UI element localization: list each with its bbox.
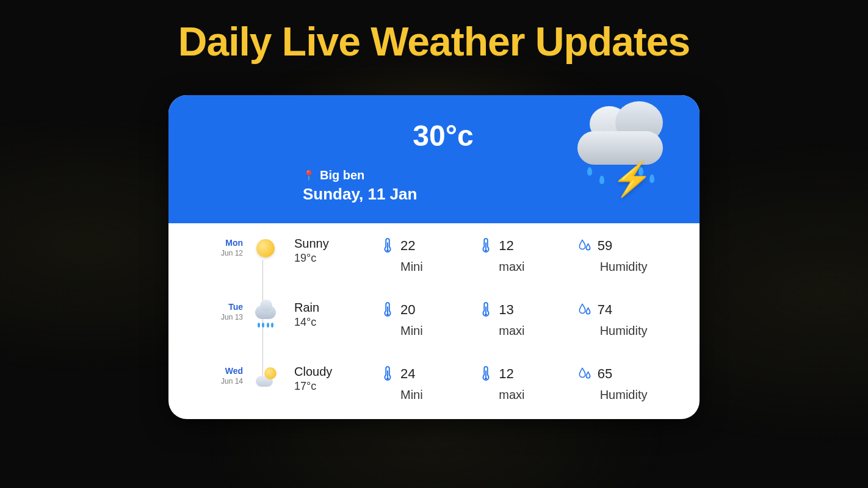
maxi-label: maxi <box>499 260 524 274</box>
humidity-label: Humidity <box>600 324 648 338</box>
thermometer-icon <box>381 365 394 383</box>
mini-metric: 22 Mini <box>381 237 472 274</box>
condition-temp: 14°c <box>294 316 374 329</box>
maxi-label: maxi <box>499 388 524 402</box>
thermometer-icon <box>479 301 493 319</box>
mini-label: Mini <box>400 388 423 402</box>
day-name: Mon <box>199 238 243 248</box>
humidity-value: 74 <box>598 302 612 318</box>
humidity-metric: 65 Humidity <box>578 365 669 402</box>
partly-cloudy-icon <box>254 365 277 388</box>
day-date: Jun 12 <box>199 249 243 257</box>
location-pin-icon: 📍 <box>303 170 315 181</box>
thermometer-icon <box>381 301 394 319</box>
humidity-metric: 74 Humidity <box>578 301 669 338</box>
forecast-row: Wed Jun 14 Cloudy 17°c 24 Mini <box>199 365 669 402</box>
svg-point-4 <box>386 314 389 316</box>
humidity-value: 59 <box>598 238 612 254</box>
day-column: Wed Jun 14 <box>199 365 247 386</box>
humidity-label: Humidity <box>600 388 648 402</box>
mini-value: 22 <box>400 238 415 254</box>
condition-column: Cloudy 17°c <box>294 365 374 393</box>
maxi-metric: 13 maxi <box>479 301 570 338</box>
storm-cloud-icon: ⚡ <box>565 112 669 210</box>
condition-name: Rain <box>294 301 374 315</box>
location-name: Big ben <box>320 168 364 182</box>
forecast-row: Mon Jun 12 Sunny 19°c 22 Mini <box>199 237 669 274</box>
svg-point-10 <box>485 378 487 380</box>
svg-point-8 <box>386 378 389 380</box>
day-name: Tue <box>199 302 243 312</box>
day-column: Tue Jun 13 <box>199 301 247 321</box>
condition-temp: 19°c <box>294 252 374 265</box>
maxi-label: maxi <box>499 324 524 338</box>
page-title: Daily Live Weather Updates <box>178 18 690 65</box>
mini-label: Mini <box>400 260 423 274</box>
thermometer-icon <box>479 365 493 383</box>
mini-value: 24 <box>400 366 415 382</box>
humidity-icon <box>578 237 591 255</box>
svg-point-0 <box>386 249 389 252</box>
header-info: 30°c 📍 Big ben Sunday, 11 Jan <box>199 119 547 204</box>
condition-name: Sunny <box>294 237 374 251</box>
maxi-value: 12 <box>499 366 513 382</box>
maxi-metric: 12 maxi <box>479 237 570 274</box>
maxi-value: 13 <box>499 302 513 318</box>
forecast-row: Tue Jun 13 Rain 14°c 20 Mini <box>199 301 669 338</box>
humidity-icon <box>578 365 591 383</box>
mini-metric: 24 Mini <box>381 365 472 402</box>
mini-value: 20 <box>400 302 415 318</box>
weather-card-glow: 30°c 📍 Big ben Sunday, 11 Jan ⚡ <box>168 95 700 419</box>
location-row: 📍 Big ben <box>303 168 364 182</box>
maxi-metric: 12 maxi <box>479 365 570 402</box>
day-date: Jun 14 <box>199 377 243 386</box>
sun-icon <box>254 237 277 260</box>
condition-column: Sunny 19°c <box>294 237 374 265</box>
svg-point-6 <box>485 314 487 316</box>
rain-icon <box>254 301 277 324</box>
thermometer-icon <box>381 237 394 255</box>
current-temperature: 30°c <box>413 119 473 152</box>
mini-label: Mini <box>400 324 423 338</box>
card-header: 30°c 📍 Big ben Sunday, 11 Jan ⚡ <box>168 95 700 223</box>
forecast-list: Mon Jun 12 Sunny 19°c 22 Mini <box>168 223 700 419</box>
maxi-value: 12 <box>499 238 513 254</box>
humidity-metric: 59 Humidity <box>578 237 669 274</box>
current-date: Sunday, 11 Jan <box>303 185 417 204</box>
humidity-value: 65 <box>598 366 612 382</box>
condition-column: Rain 14°c <box>294 301 374 329</box>
condition-temp: 17°c <box>294 380 374 393</box>
weather-card: 30°c 📍 Big ben Sunday, 11 Jan ⚡ <box>168 95 700 419</box>
day-date: Jun 13 <box>199 313 243 321</box>
svg-point-2 <box>485 249 487 252</box>
humidity-label: Humidity <box>600 260 648 274</box>
condition-name: Cloudy <box>294 365 374 379</box>
humidity-icon <box>578 301 591 319</box>
thermometer-icon <box>479 237 493 255</box>
day-name: Wed <box>199 366 243 376</box>
day-column: Mon Jun 12 <box>199 237 247 257</box>
mini-metric: 20 Mini <box>381 301 472 338</box>
